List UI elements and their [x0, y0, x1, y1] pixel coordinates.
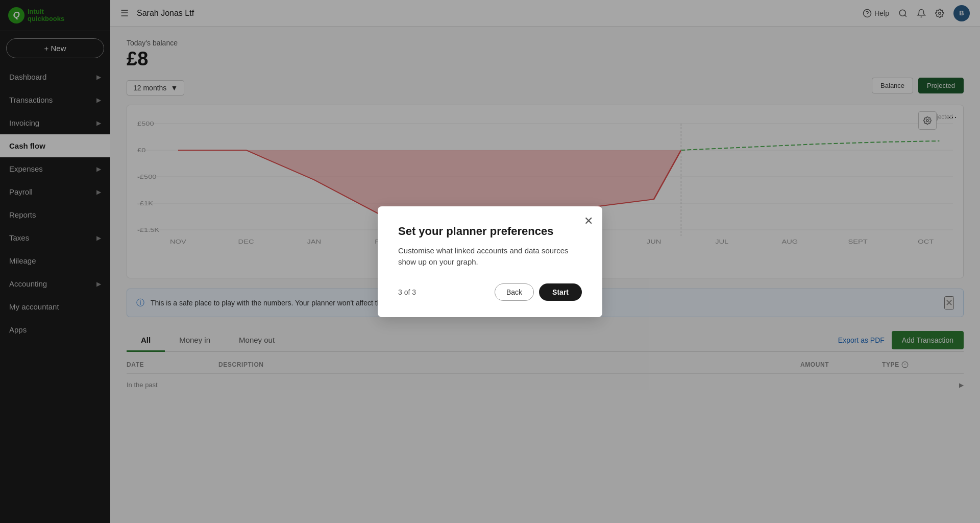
modal-overlay[interactable]: ✕ Set your planner preferences Customise…: [0, 0, 980, 523]
modal-actions: Back Start: [495, 283, 582, 301]
modal-close-button[interactable]: ✕: [584, 215, 593, 228]
modal-footer: 3 of 3 Back Start: [398, 283, 582, 301]
modal-back-button[interactable]: Back: [495, 283, 534, 301]
modal-start-button[interactable]: Start: [539, 283, 582, 301]
modal-body: Customise what linked accounts and data …: [398, 245, 582, 268]
modal-step: 3 of 3: [398, 288, 416, 296]
modal-title: Set your planner preferences: [398, 225, 582, 238]
planner-preferences-modal: ✕ Set your planner preferences Customise…: [378, 206, 602, 317]
